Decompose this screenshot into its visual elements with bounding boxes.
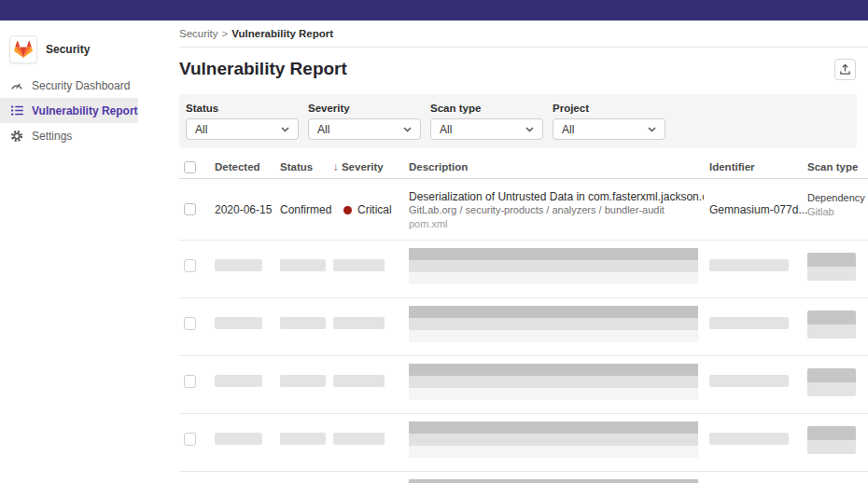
loading-skeleton-row (179, 356, 868, 414)
dropdown-value: All (440, 123, 452, 136)
skeleton-checkbox (184, 433, 196, 446)
column-header-identifier[interactable]: Identifier (709, 157, 755, 177)
top-navbar (0, 0, 868, 21)
severity-critical-icon (343, 206, 352, 214)
list-icon (10, 104, 23, 117)
skeleton-bar (280, 375, 326, 387)
sidebar-item-label: Settings (32, 130, 72, 143)
status-cell: Confirmed (280, 203, 331, 216)
skeleton-bar (709, 433, 789, 445)
gear-icon (10, 130, 23, 143)
row-checkbox[interactable] (184, 203, 196, 215)
vulnerability-title-link[interactable]: Deserialization of Untrusted Data in com… (409, 190, 704, 203)
project-filter-dropdown[interactable]: All (553, 118, 665, 140)
skeleton-bar (333, 317, 385, 329)
skeleton-checkbox (184, 259, 196, 272)
vulnerability-row[interactable]: 2020-06-15 Confirmed Critical Deserializ… (179, 179, 868, 241)
severity-label: Critical (357, 203, 392, 216)
skeleton-checkbox (184, 317, 196, 330)
filter-label: Status (186, 103, 299, 114)
loading-skeleton-row (179, 241, 868, 298)
chevron-down-icon (281, 127, 289, 132)
skeleton-description (409, 364, 698, 400)
skeleton-bar (709, 259, 789, 271)
security-sidebar: Security Security Dashboard (0, 21, 138, 483)
chevron-down-icon (403, 127, 412, 132)
chevron-down-icon (648, 127, 656, 132)
gitlab-tanuki-icon (14, 40, 33, 59)
sidebar-item-vulnerability-report[interactable]: Vulnerability Report (0, 98, 138, 123)
breadcrumb: Security>Vulnerability Report (179, 28, 868, 48)
severity-filter-dropdown[interactable]: All (308, 118, 421, 140)
filter-label: Scan type (430, 103, 543, 114)
detected-cell: 2020-06-15 (215, 203, 272, 216)
table-header: Detected Status ↓ Severity Description I… (179, 157, 868, 179)
severity-cell: Critical (343, 203, 392, 216)
skeleton-bar (333, 433, 385, 445)
skeleton-bar (215, 375, 262, 387)
column-header-severity[interactable]: ↓ Severity (333, 157, 384, 177)
skeleton-scan-type (807, 426, 856, 454)
sidebar-section-label: Security (46, 43, 90, 56)
skeleton-bar (333, 375, 385, 387)
filter-project: Project All (553, 103, 665, 140)
filter-label: Severity (308, 103, 421, 114)
column-header-description[interactable]: Description (409, 157, 468, 177)
dropdown-value: All (195, 123, 207, 136)
filter-severity: Severity All (308, 103, 421, 140)
sidebar-item-security-dashboard[interactable]: Security Dashboard (0, 73, 138, 98)
skeleton-scan-type (807, 253, 856, 281)
identifier-cell: Gemnasium-077d... (709, 203, 807, 216)
sidebar-item-settings[interactable]: Settings (0, 123, 138, 148)
skeleton-description (409, 479, 698, 483)
column-header-status[interactable]: Status (280, 157, 313, 177)
loading-skeleton-row (179, 298, 868, 356)
gitlab-logo[interactable] (9, 35, 37, 63)
skeleton-bar (709, 375, 789, 387)
main-content: Security>Vulnerability Report Vulnerabil… (179, 21, 868, 483)
select-all-checkbox[interactable] (184, 161, 196, 173)
filter-scan-type: Scan type All (430, 103, 543, 140)
export-button[interactable] (834, 59, 856, 80)
skeleton-bar (215, 259, 262, 271)
filter-bar: Status All Severity All Scan type All (179, 94, 857, 148)
breadcrumb-parent[interactable]: Security (179, 28, 218, 39)
skeleton-scan-type (807, 368, 856, 396)
skeleton-bar (215, 433, 262, 445)
skeleton-description (409, 421, 698, 458)
page-title: Vulnerability Report (179, 59, 347, 79)
scanner-vendor: Gitlab (807, 206, 834, 217)
breadcrumb-separator: > (222, 28, 229, 39)
scan-type-cell: Dependency (807, 192, 865, 203)
status-filter-dropdown[interactable]: All (186, 118, 299, 140)
skeleton-bar (280, 433, 326, 445)
column-header-detected[interactable]: Detected (215, 157, 260, 177)
filter-label: Project (553, 103, 665, 114)
skeleton-bar (215, 317, 262, 329)
loading-skeleton-row (179, 472, 868, 483)
sidebar-item-label: Vulnerability Report (32, 104, 138, 117)
dropdown-value: All (317, 123, 329, 136)
sidebar-header: Security (9, 35, 90, 63)
column-header-scan-type[interactable]: Scan type (807, 157, 858, 177)
chevron-down-icon (525, 127, 534, 132)
sort-descending-icon: ↓ (333, 161, 339, 172)
skeleton-checkbox (184, 375, 196, 388)
breadcrumb-current: Vulnerability Report (231, 28, 333, 39)
dropdown-value: All (562, 123, 574, 136)
vulnerable-file: pom.xml (409, 218, 448, 229)
project-path: GitLab.org / security-products / analyze… (409, 204, 665, 215)
sidebar-item-label: Security Dashboard (32, 79, 130, 92)
skeleton-description (409, 248, 698, 284)
app-screen: Security Security Dashboard (0, 0, 868, 483)
sidebar-nav: Security Dashboard Vulnerability Report (0, 73, 138, 148)
skeleton-description (409, 306, 698, 342)
filter-status: Status All (186, 103, 299, 140)
skeleton-bar (333, 259, 385, 271)
scan-type-filter-dropdown[interactable]: All (430, 118, 543, 140)
export-icon (839, 63, 851, 76)
skeleton-bar (709, 317, 789, 329)
skeleton-bar (280, 259, 326, 271)
dashboard-gauge-icon (10, 79, 23, 92)
skeleton-scan-type (807, 310, 856, 338)
